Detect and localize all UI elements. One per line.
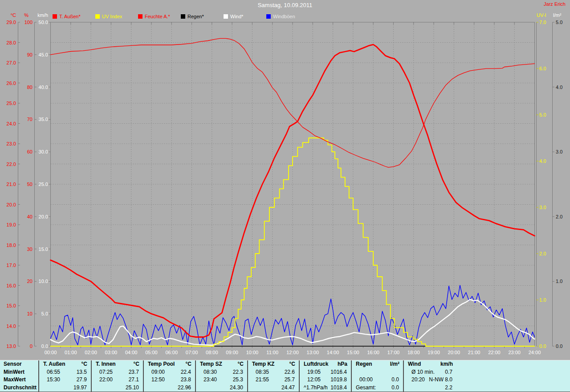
sensor-table: SensorMinWertMaxWertDurchschnittT. Außen… xyxy=(0,360,570,392)
x-tick-label: 03:00 xyxy=(105,350,118,355)
x-tick-label: 20:00 xyxy=(448,350,460,355)
min-value: 13.5 xyxy=(77,368,91,376)
tick-label-rain-lm2: 5.0 xyxy=(556,20,562,25)
table-row: 07:2523.7 xyxy=(92,368,143,376)
tick-label-temp-c: 16.0 xyxy=(7,283,16,288)
x-tick-label: 23:00 xyxy=(508,350,521,355)
min-value: 22.4 xyxy=(181,368,195,376)
table-col-row-labels: SensorMinWertMaxWertDurchschnitt xyxy=(0,360,39,392)
sensor-unit: l/m² xyxy=(390,360,403,368)
min-value: 22.6 xyxy=(285,368,299,376)
table-row: T. Außen°C xyxy=(39,360,91,368)
table-row: 19:051016.4 xyxy=(300,368,351,376)
table-col-t-innen: T. Innen°C07:2523.722:0027.125.10 xyxy=(92,360,144,392)
sensor-unit: km/h xyxy=(440,360,456,368)
table-col-temp-kz: Temp KZ°C08:3522.621:5525.724.47 xyxy=(248,360,300,392)
tick-label-temp-c: 22.0 xyxy=(7,162,16,167)
tick-label-wind-kmh: 30.0 xyxy=(39,149,48,154)
weather-chart: 29.028.027.026.025.024.023.022.021.020.0… xyxy=(0,0,570,360)
tick-label-humidity-pct: 10 xyxy=(27,311,33,316)
table-col-luftdruck: LuftdruckhPa19:051016.412:051019.8^1.7hP… xyxy=(300,360,352,392)
avg-value: 19.97 xyxy=(73,384,91,392)
table-col-wind: Windkm/hØ 10 min.0.720:20N-NW 8.02.2 xyxy=(404,360,456,392)
table-row: 24.47 xyxy=(248,384,299,392)
table-row: 25.10 xyxy=(92,384,143,392)
sensor-unit: °C xyxy=(289,360,299,368)
table-row: LuftdruckhPa xyxy=(300,360,351,368)
tick-label-temp-c: 23.0 xyxy=(7,141,16,146)
tick-label-wind-kmh: 45.0 xyxy=(39,52,48,57)
tick-label-temp-c: 27.0 xyxy=(7,60,16,65)
tick-label-humidity-pct: 20 xyxy=(27,279,33,284)
x-tick-label: 02:00 xyxy=(85,350,97,355)
tick-label-uv-index: 2.0 xyxy=(539,251,546,256)
tick-label-uv-index: 1.0 xyxy=(539,297,546,303)
min-time: 19:05 xyxy=(300,368,321,376)
max-value: 23.8 xyxy=(181,376,195,384)
tick-label-humidity-pct: 80 xyxy=(27,85,33,90)
x-tick-label: 09:00 xyxy=(226,350,238,355)
avg-value: 22.96 xyxy=(178,384,195,392)
min-time: 08:30 xyxy=(196,368,217,376)
tick-label-humidity-pct: 30 xyxy=(27,247,33,252)
tick-label-wind-kmh: 35.0 xyxy=(39,117,48,122)
max-time: 00:00 xyxy=(352,376,373,384)
avg-value: 25.10 xyxy=(126,384,143,392)
x-tick-label: 12:00 xyxy=(286,350,299,355)
tick-label-humidity-pct: 40 xyxy=(27,214,33,219)
min-time: 09:00 xyxy=(144,368,165,376)
table-row-label: Sensor xyxy=(0,360,38,368)
plot-area[interactable] xyxy=(51,22,535,346)
x-tick-label: 08:00 xyxy=(206,350,218,355)
tick-label-wind-kmh: 40.0 xyxy=(39,85,48,90)
tick-label-temp-c: 14.0 xyxy=(7,323,16,329)
tick-label-uv-index: 0.0 xyxy=(539,344,546,349)
tick-label-temp-c: 29.0 xyxy=(7,20,16,25)
x-tick-label: 22:00 xyxy=(488,350,501,355)
tick-label-humidity-pct: 0 xyxy=(30,344,33,349)
table-row: Temp Pool°C xyxy=(144,360,195,368)
table-row: 24.30 xyxy=(196,384,247,392)
table-row-label: MinWert xyxy=(0,368,38,376)
max-time: 20:20 xyxy=(404,376,425,384)
table-row: 22:0027.1 xyxy=(92,376,143,384)
sensor-unit: °C xyxy=(81,360,91,368)
tick-label-temp-c: 28.0 xyxy=(7,40,16,45)
table-row: 12:051019.8 xyxy=(300,376,351,384)
max-value: N-NW 8.0 xyxy=(429,376,456,384)
min-value: 23.7 xyxy=(129,368,143,376)
sensor-unit: °C xyxy=(134,360,143,368)
tick-label-temp-c: 20.0 xyxy=(7,202,16,207)
sensor-unit: °C xyxy=(186,360,195,368)
max-time: 21:55 xyxy=(248,376,269,384)
sensor-name: T. Innen xyxy=(92,360,116,368)
axis-uv-index: 7.06.05.04.03.02.01.00.0 xyxy=(537,20,546,349)
table-row: Ø 10 min.0.7 xyxy=(404,368,456,376)
table-row: Windkm/h xyxy=(404,360,456,368)
avg-label: ^1.7hPa/h xyxy=(300,384,328,392)
tick-label-humidity-pct: 70 xyxy=(27,117,33,122)
table-filler xyxy=(456,360,570,392)
tick-label-rain-lm2: 0.0 xyxy=(556,344,562,349)
min-time: 08:35 xyxy=(248,368,269,376)
sensor-name: Regen xyxy=(352,360,372,368)
x-tick-label: 18:00 xyxy=(407,350,420,355)
avg-value: 24.47 xyxy=(281,384,299,392)
x-tick-label: 21:00 xyxy=(468,350,480,355)
tick-label-temp-c: 18.0 xyxy=(7,242,16,248)
table-col-regen: Regenl/m²00:000.0Gesamt:0.0 xyxy=(352,360,404,392)
x-tick-label: 11:00 xyxy=(266,350,278,355)
max-value: 27.1 xyxy=(129,376,143,384)
x-tick-label: 16:00 xyxy=(367,350,379,355)
table-row-label: Durchschnitt xyxy=(0,384,38,392)
avg-value: 2.2 xyxy=(445,384,456,392)
x-tick-label: 10:00 xyxy=(246,350,259,355)
x-tick-label: 15:00 xyxy=(347,350,359,355)
table-row: 23:4025.3 xyxy=(196,376,247,384)
table-row: 19.97 xyxy=(39,384,91,392)
row-label: Durchschnitt xyxy=(0,384,37,392)
tick-label-uv-index: 5.0 xyxy=(539,112,546,117)
tick-label-temp-c: 24.0 xyxy=(7,121,16,126)
table-row: 15:3027.9 xyxy=(39,376,91,384)
axis-temp-c: 29.028.027.026.025.024.023.022.021.020.0… xyxy=(7,20,20,349)
